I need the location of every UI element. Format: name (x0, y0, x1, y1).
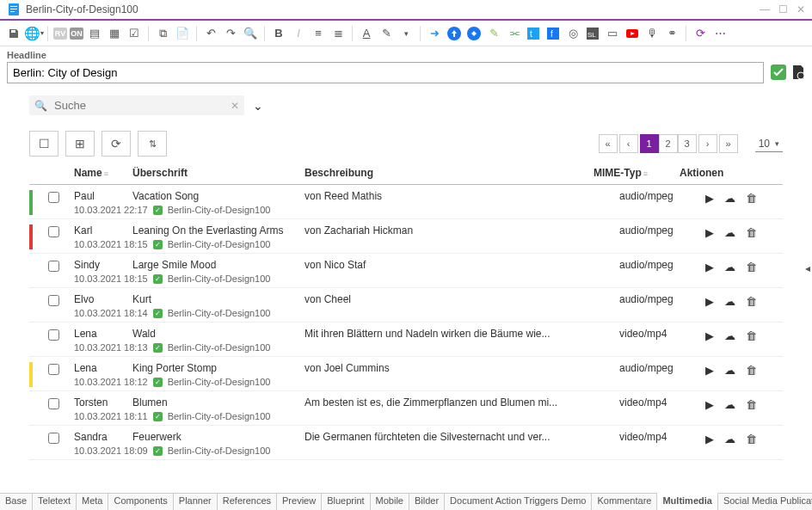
share-icon[interactable]: ⫘ (505, 25, 522, 42)
more-icon[interactable]: ⋯ (711, 25, 729, 42)
page-1[interactable]: 1 (640, 134, 659, 153)
select-all-checkbox[interactable]: ☐ (29, 131, 58, 157)
twitter-icon[interactable]: t (525, 25, 542, 42)
play-icon[interactable]: ▶ (705, 261, 714, 273)
download-icon[interactable]: ☁ (724, 364, 735, 377)
sort-button[interactable]: ⇅ (138, 131, 167, 157)
tab-multimedia[interactable]: Multimedia (657, 493, 717, 510)
col-name[interactable]: Name (74, 167, 102, 179)
maximize-button[interactable]: ☐ (778, 3, 788, 15)
delete-icon[interactable]: 🗑 (746, 261, 757, 273)
delete-icon[interactable]: 🗑 (746, 398, 757, 411)
tab-meta[interactable]: Meta (77, 494, 108, 510)
numbered-list-icon[interactable]: ≡ (310, 25, 327, 42)
row-checkbox[interactable] (48, 192, 59, 203)
strikethrough-icon[interactable]: ✎ (378, 25, 395, 42)
add-item-button[interactable]: ⊞ (65, 131, 95, 157)
delete-icon[interactable]: 🗑 (746, 295, 757, 308)
row-checkbox[interactable] (48, 433, 59, 444)
tv-icon[interactable]: ▭ (604, 25, 621, 42)
row-checkbox[interactable] (48, 364, 59, 375)
play-icon[interactable]: ▶ (705, 398, 714, 411)
minimize-button[interactable]: — (760, 3, 770, 15)
paste-icon[interactable]: 📄 (174, 25, 191, 42)
facebook-icon[interactable]: f (544, 25, 562, 42)
tab-mobile[interactable]: Mobile (371, 494, 409, 510)
close-button[interactable]: ✕ (797, 3, 805, 15)
on-badge[interactable]: ON (70, 28, 83, 40)
row-checkbox[interactable] (48, 261, 59, 272)
edit-social-icon[interactable]: ✎ (485, 25, 502, 42)
row-checkbox[interactable] (48, 226, 59, 237)
download-icon[interactable]: ☁ (724, 329, 735, 342)
sl-icon[interactable]: SL (584, 25, 601, 42)
globe-icon[interactable]: 🌐▾ (25, 25, 42, 42)
delete-icon[interactable]: 🗑 (746, 329, 757, 342)
play-icon[interactable]: ▶ (705, 364, 714, 377)
row-checkbox[interactable] (48, 295, 59, 306)
row-source[interactable]: Berlin-City-of-Design100 (168, 273, 271, 284)
instagram-icon[interactable]: ◎ (564, 25, 581, 42)
tab-references[interactable]: References (218, 494, 277, 510)
tab-kommentare[interactable]: Kommentare (592, 494, 657, 510)
delete-icon[interactable]: 🗑 (746, 226, 757, 239)
download-icon[interactable]: ☁ (724, 192, 735, 205)
reload-button[interactable]: ⟳ (102, 131, 131, 157)
download-icon[interactable]: ☁ (724, 261, 735, 273)
tab-teletext[interactable]: Teletext (33, 494, 77, 510)
bullet-list-icon[interactable]: ≣ (329, 25, 347, 42)
page-2[interactable]: 2 (659, 134, 678, 153)
font-icon[interactable]: A (358, 25, 375, 42)
row-source[interactable]: Berlin-City-of-Design100 (168, 445, 271, 456)
cluster-icon[interactable]: ⚭ (663, 25, 680, 42)
undo-icon[interactable]: ↶ (202, 25, 219, 42)
grid-icon[interactable]: ▦ (106, 25, 123, 42)
row-source[interactable]: Berlin-City-of-Design100 (168, 308, 271, 318)
download-icon[interactable]: ☁ (724, 295, 735, 308)
clear-search-icon[interactable]: ✕ (231, 100, 239, 112)
col-title[interactable]: Überschrift (132, 167, 188, 179)
page-last[interactable]: » (719, 134, 738, 153)
fb-share-icon[interactable] (446, 25, 463, 42)
row-source[interactable]: Berlin-City-of-Design100 (168, 411, 271, 421)
tab-planner[interactable]: Planner (174, 494, 218, 510)
page-size-select[interactable]: 10▾ (755, 136, 783, 152)
zoom-icon[interactable]: 🔍 (242, 25, 259, 42)
mic-icon[interactable]: 🎙 (643, 25, 661, 42)
copy-icon[interactable]: ⧉ (154, 25, 171, 42)
delete-icon[interactable]: 🗑 (746, 433, 757, 445)
social-share-icon[interactable]: ➜ (426, 25, 443, 42)
page-first[interactable]: « (599, 134, 618, 153)
tab-blueprint[interactable]: Blueprint (322, 494, 370, 510)
row-checkbox[interactable] (48, 329, 59, 341)
delete-icon[interactable]: 🗑 (746, 364, 757, 377)
row-source[interactable]: Berlin-City-of-Design100 (168, 239, 271, 249)
list-icon[interactable]: ▤ (86, 25, 103, 42)
page-next[interactable]: › (698, 134, 717, 153)
row-source[interactable]: Berlin-City-of-Design100 (168, 377, 271, 387)
search-input[interactable] (54, 99, 231, 112)
tab-document-action-triggers-demo[interactable]: Document Action Triggers Demo (445, 494, 592, 510)
col-desc[interactable]: Beschreibung (304, 167, 373, 179)
play-icon[interactable]: ▶ (705, 226, 714, 239)
italic-icon[interactable]: I (290, 25, 307, 42)
dropdown-icon[interactable]: ▾ (397, 25, 415, 42)
save-icon[interactable] (5, 25, 22, 42)
download-icon[interactable]: ☁ (724, 226, 735, 239)
search-box[interactable]: 🔍 ✕ (29, 95, 244, 115)
delete-icon[interactable]: 🗑 (746, 192, 757, 205)
row-source[interactable]: Berlin-City-of-Design100 (168, 342, 271, 353)
side-panel-handle[interactable]: ◂ (803, 255, 812, 281)
tab-bilder[interactable]: Bilder (409, 494, 445, 510)
row-source[interactable]: Berlin-City-of-Design100 (168, 205, 271, 215)
status-check-icon[interactable] (771, 65, 786, 80)
tab-base[interactable]: Base (0, 494, 33, 510)
tab-components[interactable]: Components (108, 494, 173, 510)
headline-input[interactable] (7, 62, 764, 83)
page-prev[interactable]: ‹ (619, 134, 638, 153)
messenger-icon[interactable] (465, 25, 483, 42)
play-icon[interactable]: ▶ (705, 192, 714, 205)
play-icon[interactable]: ▶ (705, 295, 714, 308)
row-checkbox[interactable] (48, 398, 59, 409)
page-3[interactable]: 3 (678, 134, 697, 153)
